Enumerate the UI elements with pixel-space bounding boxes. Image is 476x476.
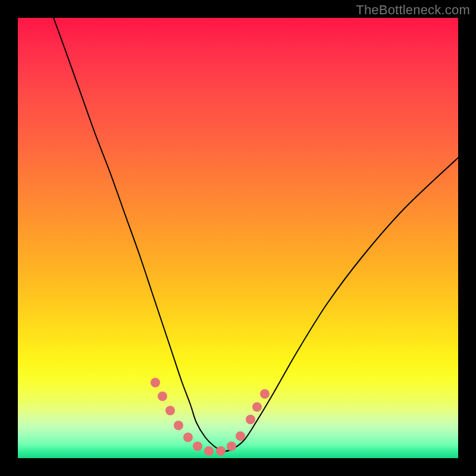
curve-marker	[246, 415, 255, 424]
curve-marker	[165, 406, 175, 415]
curve-marker	[252, 402, 262, 412]
curve-svg	[18, 18, 458, 458]
chart-stage: TheBottleneck.com	[0, 0, 476, 476]
curve-marker	[158, 392, 167, 401]
curve-markers	[151, 378, 270, 456]
plot-area	[18, 18, 458, 458]
curve-marker	[174, 421, 183, 430]
watermark-text: TheBottleneck.com	[356, 2, 470, 18]
curve-marker	[236, 431, 245, 441]
curve-marker	[151, 378, 160, 387]
curve-marker	[227, 441, 236, 451]
bottleneck-curve	[54, 18, 462, 451]
curve-marker	[216, 446, 226, 456]
curve-marker	[193, 441, 202, 451]
curve-marker	[183, 433, 193, 442]
curve-marker	[260, 389, 270, 399]
curve-marker	[204, 446, 214, 456]
